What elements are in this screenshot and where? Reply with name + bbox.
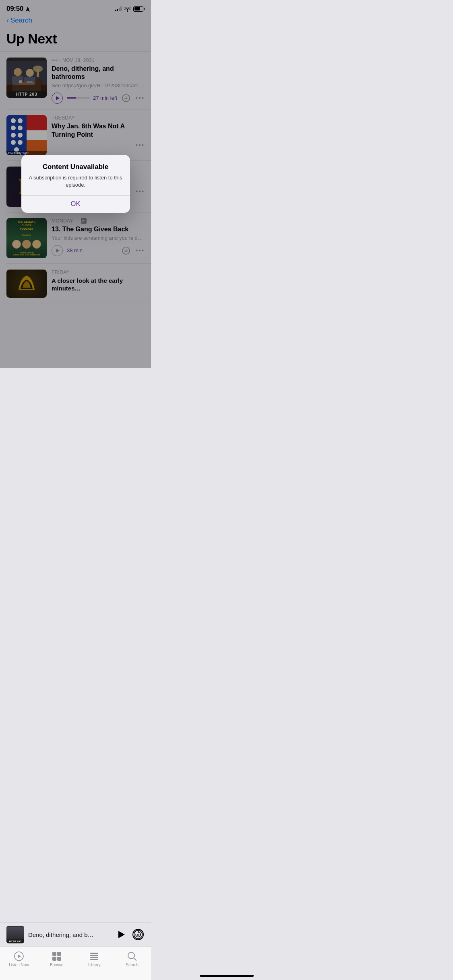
modal-body: Content Unavailable A subscription is re…	[21, 155, 130, 195]
ok-button[interactable]: OK	[21, 195, 130, 213]
modal-actions: OK	[21, 195, 130, 213]
modal-title: Content Unavailable	[28, 163, 124, 171]
modal-overlay: Content Unavailable A subscription is re…	[0, 0, 151, 368]
modal-message: A subscription is required to listen to …	[28, 174, 124, 189]
content-unavailable-modal: Content Unavailable A subscription is re…	[21, 155, 130, 213]
